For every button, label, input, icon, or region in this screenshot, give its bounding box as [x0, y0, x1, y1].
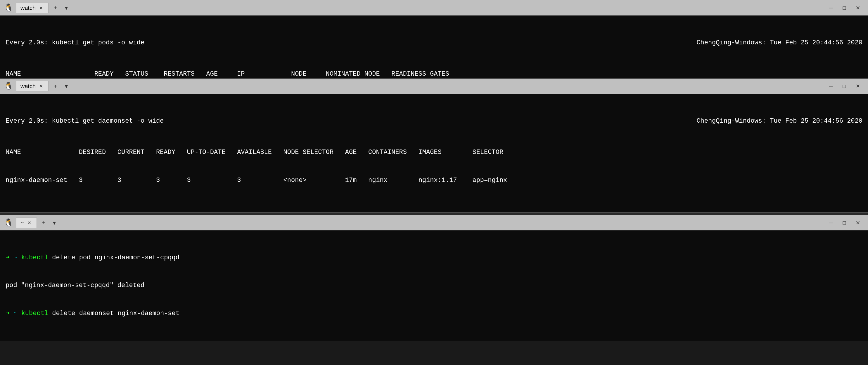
new-tab-btn-1[interactable]: + [52, 5, 60, 11]
tab-2-close[interactable]: ✕ [38, 84, 44, 89]
terminal-content-2: Every 2.0s: kubectl get daemonset -o wid… [0, 94, 868, 212]
hostname-time-1: ChengQing-Windows: Tue Feb 25 20:44:56 2… [696, 38, 863, 47]
prompt-arrow-1: ➜ [5, 253, 9, 263]
title-bar-1: 🐧 watch ✕ + ▾ ─ □ ✕ [0, 0, 868, 15]
tab-dropdown-btn-3[interactable]: ▾ [51, 219, 58, 226]
title-bar-2: 🐧 watch ✕ + ▾ ─ □ ✕ [0, 78, 868, 94]
prompt-line-1: ➜ ~ kubectl delete pod nginx-daemon-set-… [5, 253, 863, 263]
title-bar-3: 🐧 ~ ✕ + ▾ ─ □ ✕ [0, 215, 868, 230]
command-line-1: Every 2.0s: kubectl get pods -o wide [5, 38, 144, 47]
close-btn-2[interactable]: ✕ [851, 82, 864, 90]
prompt-cmd-1: kubectl [17, 253, 48, 263]
close-btn-1[interactable]: ✕ [851, 4, 864, 12]
output-line-1: pod "nginx-daemon-set-cpqqd" deleted [5, 281, 863, 290]
tab-2-label: watch [21, 83, 36, 90]
watch-header-1: Every 2.0s: kubectl get pods -o wide Che… [5, 38, 863, 47]
tab-1-label: watch [21, 5, 36, 11]
watch-header-2: Every 2.0s: kubectl get daemonset -o wid… [5, 117, 863, 126]
linux-icon-2: 🐧 [4, 81, 13, 91]
window-controls-3: ─ □ ✕ [825, 219, 864, 227]
prompt-dir-2: ~ [13, 309, 17, 318]
spacer-2 [0, 212, 868, 215]
minimize-btn-2[interactable]: ─ [825, 82, 837, 90]
table-row-2-0: nginx-daemon-set 3 3 3 3 3 <none> 17m ng… [5, 176, 863, 185]
linux-icon-1: 🐧 [4, 3, 13, 12]
terminal-window-1: 🐧 watch ✕ + ▾ ─ □ ✕ Every 2.0s: kubectl … [0, 0, 868, 76]
table-headers-1: NAME READY STATUS RESTARTS AGE IP NODE N… [5, 69, 863, 79]
prompt-line-2: ➜ ~ kubectl delete daemonset nginx-daemo… [5, 309, 863, 318]
maximize-btn-2[interactable]: □ [838, 82, 850, 90]
tab-3[interactable]: ~ ✕ [16, 218, 37, 228]
title-bar-left-2: 🐧 watch ✕ + ▾ [4, 81, 821, 91]
prompt-arrow-2: ➜ [5, 309, 9, 318]
maximize-btn-3[interactable]: □ [838, 219, 850, 227]
title-bar-left-1: 🐧 watch ✕ + ▾ [4, 3, 821, 13]
tab-1[interactable]: watch ✕ [16, 3, 49, 13]
table-headers-2: NAME DESIRED CURRENT READY UP-TO-DATE AV… [5, 148, 863, 157]
cmd-rest-1: delete pod nginx-daemon-set-cpqqd [48, 253, 180, 263]
terminal-window-2: 🐧 watch ✕ + ▾ ─ □ ✕ Every 2.0s: kubectl … [0, 78, 868, 212]
tab-dropdown-btn-1[interactable]: ▾ [63, 4, 70, 11]
tab-2[interactable]: watch ✕ [16, 81, 49, 91]
command-line-2: Every 2.0s: kubectl get daemonset -o wid… [5, 117, 164, 126]
terminal-window-3: 🐧 ~ ✕ + ▾ ─ □ ✕ ➜ ~ kubectl delete pod n… [0, 215, 868, 341]
new-tab-btn-3[interactable]: + [40, 220, 48, 226]
tab-dropdown-btn-2[interactable]: ▾ [63, 82, 70, 90]
tab-1-close[interactable]: ✕ [38, 5, 44, 11]
new-tab-btn-2[interactable]: + [52, 83, 60, 90]
hostname-time-2: ChengQing-Windows: Tue Feb 25 20:44:56 2… [696, 117, 863, 126]
window-controls-1: ─ □ ✕ [825, 4, 864, 12]
cmd-rest-2: delete daemonset nginx-daemon-set [48, 309, 180, 318]
title-bar-left-3: 🐧 ~ ✕ + ▾ [4, 218, 821, 228]
linux-icon-3: 🐧 [4, 218, 13, 228]
window-controls-2: ─ □ ✕ [825, 82, 864, 90]
maximize-btn-1[interactable]: □ [838, 4, 850, 12]
prompt-dir-1: ~ [13, 253, 17, 263]
close-btn-3[interactable]: ✕ [851, 219, 864, 227]
minimize-btn-3[interactable]: ─ [825, 219, 837, 227]
terminal-content-3: ➜ ~ kubectl delete pod nginx-daemon-set-… [0, 230, 868, 341]
prompt-cmd-2: kubectl [17, 309, 48, 318]
tab-3-label: ~ [21, 220, 24, 226]
minimize-btn-1[interactable]: ─ [825, 4, 837, 12]
tab-3-close[interactable]: ✕ [26, 220, 32, 226]
